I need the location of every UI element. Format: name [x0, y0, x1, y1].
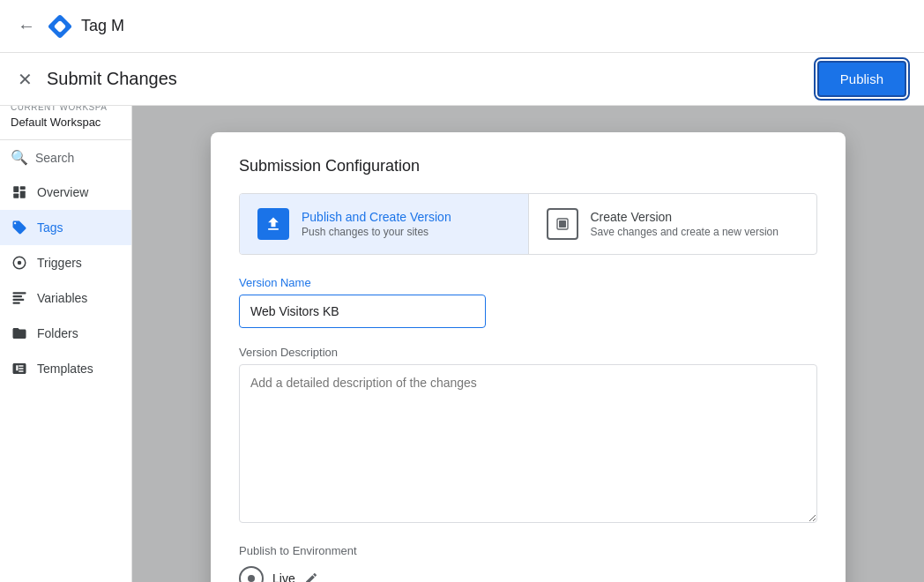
back-button[interactable]: ← — [14, 12, 39, 40]
overview-icon — [11, 183, 28, 201]
sidebar-item-tags[interactable]: Tags — [0, 210, 131, 245]
variables-icon — [11, 289, 28, 307]
sidebar-item-overview[interactable]: Overview — [0, 175, 131, 210]
edit-env-button[interactable] — [304, 571, 318, 582]
sidebar-item-templates[interactable]: Templates — [0, 351, 131, 386]
version-name-label: Version Name — [239, 276, 817, 289]
svg-rect-13 — [559, 220, 566, 228]
overview-label: Overview — [37, 185, 88, 199]
triggers-label: Triggers — [37, 256, 82, 270]
sidebar: Workspace V CURRENT WORKSPA Default Work… — [0, 53, 132, 582]
env-row: Live — [239, 566, 817, 582]
sidebar-item-triggers[interactable]: Triggers — [0, 245, 131, 280]
topbar-left: ← Tag M — [14, 12, 124, 41]
modal-title: Submit Changes — [47, 69, 817, 89]
svg-rect-3 — [20, 186, 26, 190]
triggers-icon — [11, 254, 28, 272]
svg-rect-8 — [13, 292, 26, 294]
version-desc-label: Version Description — [239, 346, 817, 359]
folders-icon — [11, 325, 28, 342]
create-version-icon — [547, 208, 578, 240]
version-desc-textarea[interactable] — [239, 364, 817, 523]
submission-options: Publish and Create Version Push changes … — [239, 193, 817, 255]
svg-rect-11 — [13, 302, 20, 304]
live-env-icon — [239, 566, 264, 582]
version-name-input[interactable] — [239, 295, 486, 328]
option-publish-text: Publish and Create Version Push changes … — [302, 210, 451, 238]
option-version-sub: Save changes and create a new version — [591, 226, 779, 238]
brand-logo — [46, 12, 74, 41]
app-title: Tag M — [81, 17, 124, 35]
variables-label: Variables — [37, 291, 87, 305]
env-name: Live — [272, 571, 295, 582]
search-label: Search — [35, 151, 74, 165]
publish-env-label: Publish to Environment — [239, 544, 817, 557]
option-create-version[interactable]: Create Version Save changes and create a… — [529, 194, 817, 254]
search-icon: 🔍 — [11, 149, 28, 166]
sidebar-item-folders[interactable]: Folders — [0, 316, 131, 351]
tags-icon — [11, 219, 28, 236]
folders-label: Folders — [37, 326, 78, 340]
tags-label: Tags — [37, 220, 63, 235]
svg-point-7 — [18, 261, 22, 265]
close-button[interactable]: ✕ — [18, 69, 33, 90]
modal-overlay: Submission Configuration Publish and Cre… — [132, 106, 924, 582]
svg-rect-9 — [13, 295, 23, 297]
templates-icon — [11, 360, 28, 377]
submission-card: Submission Configuration Publish and Cre… — [211, 132, 846, 582]
sidebar-item-variables[interactable]: Variables — [0, 280, 131, 316]
svg-rect-2 — [13, 186, 19, 192]
option-publish-create[interactable]: Publish and Create Version Push changes … — [240, 194, 529, 254]
svg-rect-4 — [13, 194, 19, 198]
main-layout: Workspace V CURRENT WORKSPA Default Work… — [0, 53, 924, 582]
option-publish-title: Publish and Create Version — [302, 210, 451, 224]
publish-button[interactable]: Publish — [817, 61, 906, 97]
svg-rect-10 — [13, 299, 25, 301]
workspace-name: Default Workspac — [0, 114, 131, 140]
option-version-text: Create Version Save changes and create a… — [591, 210, 779, 238]
templates-label: Templates — [37, 362, 93, 376]
svg-rect-5 — [20, 191, 26, 198]
option-publish-sub: Push changes to your sites — [302, 226, 451, 238]
publish-create-icon — [257, 208, 289, 240]
search-item[interactable]: 🔍 Search — [0, 140, 131, 175]
topbar: ← Tag M — [0, 0, 924, 53]
submission-card-title: Submission Configuration — [239, 157, 817, 175]
modal-header: ✕ Submit Changes Publish — [0, 53, 924, 106]
option-version-title: Create Version — [591, 210, 779, 224]
